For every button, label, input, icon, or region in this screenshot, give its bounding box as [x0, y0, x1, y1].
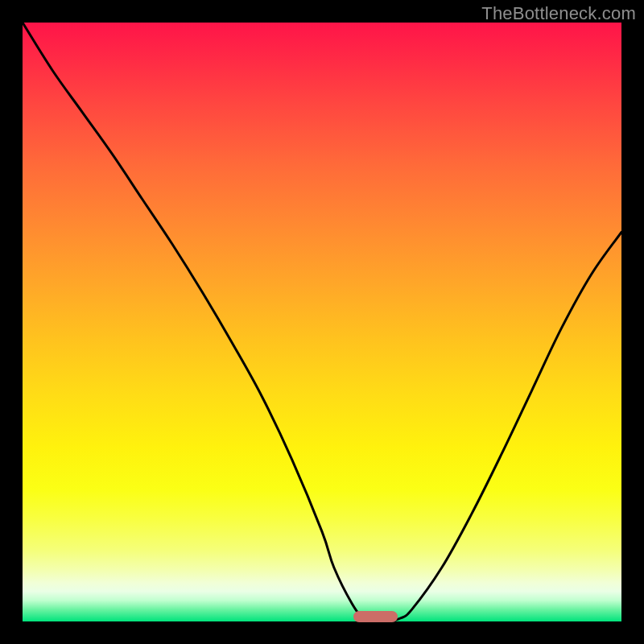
bottleneck-curve [23, 23, 621, 621]
chart-frame: TheBottleneck.com [0, 0, 644, 644]
optimal-range-marker [353, 611, 398, 622]
watermark-text: TheBottleneck.com [481, 3, 636, 24]
